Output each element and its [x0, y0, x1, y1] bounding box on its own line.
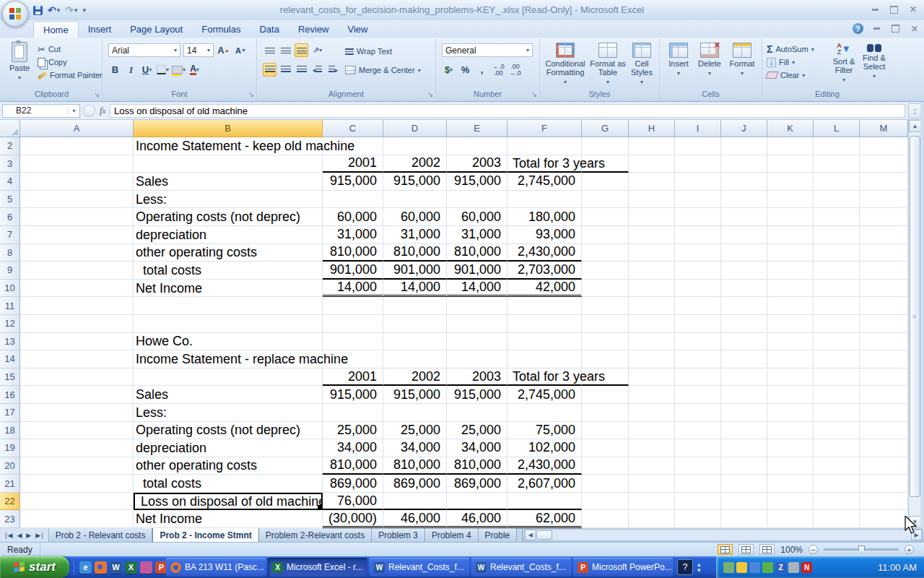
fx-icon[interactable]: fx [100, 105, 105, 116]
cell-L6[interactable] [814, 208, 860, 226]
cell-H3[interactable] [629, 155, 675, 173]
cell-G2[interactable] [582, 137, 629, 155]
insert-function-button[interactable] [83, 105, 95, 117]
tray-gray-icon[interactable] [788, 562, 799, 573]
cell-L12[interactable] [814, 315, 860, 333]
cell-B4[interactable]: Sales [134, 173, 323, 191]
cell-D22[interactable] [383, 493, 447, 511]
cell-H4[interactable] [629, 173, 675, 191]
cell-K12[interactable] [767, 315, 814, 333]
cell-H22[interactable] [629, 493, 675, 511]
cell-A8[interactable] [20, 244, 134, 262]
column-header-C[interactable]: C [323, 120, 383, 137]
tray-blue-icon[interactable] [749, 562, 760, 573]
cell-G10[interactable] [582, 280, 629, 298]
sheet-tab-proble[interactable]: Proble [479, 528, 518, 542]
cell-L22[interactable] [814, 493, 860, 511]
conditional-formatting-button[interactable]: Conditional Formatting▾ [543, 43, 588, 87]
cell-M16[interactable] [860, 386, 908, 404]
cell-B7[interactable]: depreciation [134, 226, 323, 244]
cell-J9[interactable] [721, 262, 767, 280]
cell-G20[interactable] [582, 457, 629, 475]
cell-B8[interactable]: other operating costs [134, 244, 323, 262]
cell-K20[interactable] [767, 457, 814, 475]
cell-M5[interactable] [860, 191, 908, 209]
cell-K21[interactable] [767, 475, 814, 493]
cell-C13[interactable] [323, 333, 383, 351]
cell-A16[interactable] [20, 386, 134, 404]
column-header-I[interactable]: I [675, 120, 721, 137]
internet-explorer-icon[interactable]: e [79, 561, 92, 574]
cell-A12[interactable] [20, 315, 134, 333]
sheet-tab-problem-2-relevant-costs[interactable]: Problem 2-Relevant costs [259, 528, 372, 542]
row-header-15[interactable]: 15 [0, 368, 20, 387]
column-header-L[interactable]: L [814, 120, 860, 137]
firefox-icon[interactable] [95, 561, 107, 574]
cell-K22[interactable] [767, 493, 814, 511]
fill-button[interactable]: ↓Fill▾ [767, 56, 814, 69]
cell-C21[interactable]: 869,000 [323, 475, 383, 493]
cell-J13[interactable] [721, 333, 767, 351]
cell-C22[interactable]: 76,000 [323, 493, 383, 511]
cell-B11[interactable] [134, 297, 323, 315]
sheet-tab-prob-2-income-stmnt[interactable]: Prob 2 - Income Stmnt [152, 528, 258, 542]
cell-K11[interactable] [767, 297, 814, 315]
cell-F13[interactable] [507, 333, 582, 351]
page-break-view-button[interactable] [759, 544, 775, 555]
cell-E7[interactable]: 31,000 [447, 226, 507, 244]
next-sheet-button[interactable]: ▶ [25, 532, 32, 539]
cell-E17[interactable] [447, 404, 507, 422]
tray-z-icon[interactable]: Z [775, 562, 786, 573]
row-header-6[interactable]: 6 [0, 208, 20, 226]
cell-K13[interactable] [767, 333, 814, 351]
cell-C7[interactable]: 31,000 [323, 226, 383, 244]
cell-J11[interactable] [721, 297, 767, 315]
cell-F18[interactable]: 75,000 [507, 422, 582, 440]
cell-F3[interactable]: Total for 3 years [507, 155, 582, 173]
cell-J7[interactable] [721, 226, 767, 244]
cell-C9[interactable]: 901,000 [323, 262, 383, 280]
cell-H12[interactable] [629, 315, 675, 333]
cell-E12[interactable] [447, 315, 507, 333]
horizontal-scroll-thumb[interactable] [536, 530, 552, 540]
increase-indent-button[interactable]: ▸ [326, 63, 340, 77]
row-header-23[interactable]: 23 [0, 510, 20, 528]
cell-J23[interactable] [721, 510, 767, 528]
cell-J22[interactable] [721, 493, 767, 511]
select-all-corner[interactable] [0, 120, 20, 137]
cell-L21[interactable] [814, 475, 860, 493]
cell-D20[interactable]: 810,000 [383, 457, 447, 475]
tab-data[interactable]: Data [250, 21, 288, 38]
align-right-button[interactable] [295, 63, 308, 77]
cell-A21[interactable] [20, 475, 134, 493]
cell-D15[interactable]: 2002 [383, 368, 447, 387]
column-header-K[interactable]: K [767, 120, 814, 137]
horizontal-scrollbar[interactable]: ◀ ▶ [524, 529, 923, 541]
cell-F9[interactable]: 2,703,000 [507, 262, 582, 280]
cell-J19[interactable] [721, 439, 767, 457]
cell-E19[interactable]: 34,000 [447, 439, 507, 457]
cell-I9[interactable] [675, 262, 721, 280]
cell-F23[interactable]: 62,000 [507, 510, 582, 528]
cell-D2[interactable] [383, 137, 447, 155]
decrease-indent-button[interactable]: ◂ [310, 63, 324, 77]
row-header-16[interactable]: 16 [0, 386, 20, 404]
scroll-left-button[interactable]: ◀ [525, 530, 536, 540]
cell-I17[interactable] [675, 404, 721, 422]
row-header-5[interactable]: 5 [0, 191, 20, 209]
cell-B12[interactable] [134, 315, 323, 333]
cell-D6[interactable]: 60,000 [383, 208, 447, 226]
cell-L13[interactable] [814, 333, 860, 351]
cell-I16[interactable] [675, 386, 721, 404]
cell-K5[interactable] [767, 191, 814, 209]
cell-K14[interactable] [767, 350, 814, 368]
cell-F11[interactable] [507, 297, 582, 315]
cell-H11[interactable] [629, 297, 675, 315]
cell-D9[interactable]: 901,000 [383, 262, 447, 280]
underline-button[interactable]: U▾ [140, 63, 154, 77]
cell-C12[interactable] [323, 315, 383, 333]
grow-font-button[interactable]: A▲ [217, 43, 230, 57]
cell-K9[interactable] [767, 262, 814, 280]
cell-A10[interactable] [20, 280, 134, 298]
cell-G7[interactable] [582, 226, 629, 244]
